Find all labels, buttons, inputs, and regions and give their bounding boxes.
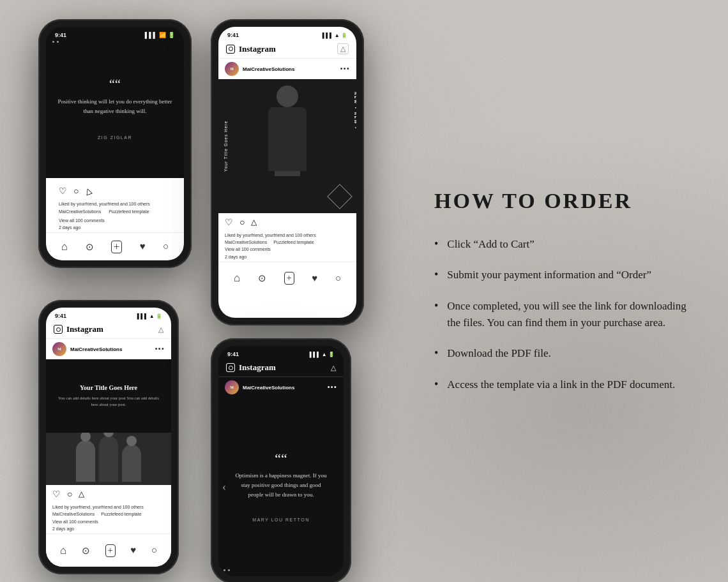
bullet-1: • <box>434 236 438 252</box>
home-icon-2[interactable]: ⌂ <box>234 272 240 285</box>
phones-section: 9:41 ▌▌▌ 📶 🔋 ““ Positive thinking will l… <box>26 19 383 563</box>
username-2: MaiCreativeSolutions <box>243 66 294 72</box>
phone-2: 9:41 ▌▌▌ ▲ 🔋 Instagram △ M <box>211 19 364 325</box>
post-title-3: Your Title Goes Here <box>80 384 137 391</box>
phone-1: 9:41 ▌▌▌ 📶 🔋 ““ Positive thinking will l… <box>38 19 192 268</box>
send-icon-4[interactable]: △ <box>331 364 336 372</box>
bullet-4: • <box>434 345 438 361</box>
phone-4: 9:41 ▌▌▌ ▲ 🔋 Instagram △ M <box>211 338 351 582</box>
status-bar-4: 9:41 ▌▌▌ ▲ 🔋 <box>218 346 344 360</box>
home-icon-1[interactable]: ⌂ <box>61 241 68 253</box>
steps-list: • Click “Add to Cart” • Submit your paym… <box>434 236 690 393</box>
time-1: 9:41 <box>55 32 66 38</box>
bullet-5: • <box>434 377 438 392</box>
action-area-1: ♡ ○ △ Liked by yourfriend, yourfriend an… <box>46 178 184 232</box>
bottom-nav-2: ⌂ ⊙ + ♥ ○ <box>218 262 356 295</box>
status-icons-2: ▌▌▌ ▲ 🔋 <box>322 33 347 38</box>
menu-dots-3[interactable]: ••• <box>155 345 165 354</box>
ig-header-2: Instagram △ <box>218 41 356 59</box>
time-3: 9:41 <box>55 313 66 319</box>
status-bar-1: 9:41 ▌▌▌ 📶 🔋 <box>46 27 184 41</box>
app-name-3: Instagram <box>66 324 103 334</box>
quote-text-4: Optimism is a happiness magnet. If you s… <box>229 471 333 500</box>
heart-icon-3[interactable]: ♥ <box>130 545 136 556</box>
post-meta-1: Liked by yourfriend, yourfriend and 100 … <box>52 199 178 232</box>
comment-icon-1[interactable]: ○ <box>73 186 79 197</box>
profile-icon-2[interactable]: ○ <box>335 273 341 284</box>
like-icon-3[interactable]: ♡ <box>52 489 61 500</box>
share-icon-1[interactable]: △ <box>84 186 93 197</box>
quote-mark-1: ““ <box>109 78 121 91</box>
add-icon-2[interactable]: + <box>284 272 294 285</box>
menu-dots-4[interactable]: ••• <box>327 383 337 392</box>
time-4: 9:41 <box>227 351 239 357</box>
step-2: • Submit your payment information and “O… <box>434 267 690 283</box>
share-icon-3[interactable]: △ <box>79 489 84 499</box>
heart-icon-2[interactable]: ♥ <box>312 273 317 284</box>
time-2: 9:41 <box>227 32 239 38</box>
add-icon-1[interactable]: + <box>111 241 122 253</box>
bottom-nav-1: ⌂ ⊙ + ♥ ○ <box>46 232 184 260</box>
how-to-title: HOW TO ORDER <box>434 189 690 213</box>
search-icon-1[interactable]: ⊙ <box>86 241 94 253</box>
step-text-3: Once completed, you will see the link fo… <box>447 298 690 332</box>
status-bar-3: 9:41 ▌▌▌ ▲ 🔋 <box>46 308 171 322</box>
step-3: • Once completed, you will see the link … <box>434 298 690 332</box>
step-4: • Download the PDF file. <box>434 345 690 362</box>
author-1: ZIG ZIGLAR <box>98 135 132 140</box>
group-image-3 <box>46 433 171 486</box>
home-icon-3[interactable]: ⌂ <box>60 544 66 557</box>
search-icon-3[interactable]: ⊙ <box>82 545 90 556</box>
profile-icon-3[interactable]: ○ <box>151 545 157 556</box>
comment-icon-2[interactable]: ○ <box>239 218 245 228</box>
post-meta-2: Liked by yourfriend, yourfriend and 100 … <box>218 230 356 262</box>
post-actions-1: ♡ ○ △ <box>52 182 178 199</box>
send-icon-2[interactable]: △ <box>337 43 349 54</box>
like-icon-2[interactable]: ♡ <box>225 217 233 228</box>
menu-dots-2[interactable]: ••• <box>340 64 350 74</box>
profile-icon-1[interactable]: ○ <box>163 241 169 252</box>
username-4: MaiCreativeSolutions <box>243 385 294 391</box>
page-wrapper: 9:41 ▌▌▌ 📶 🔋 ““ Positive thinking will l… <box>0 0 728 582</box>
post-actions-3: ♡ ○ △ <box>46 485 171 502</box>
bottom-nav-3: ⌂ ⊙ + ♥ ○ <box>46 534 171 567</box>
phone-3: 9:41 ▌▌▌ ▲ 🔋 Instagram △ M <box>38 300 179 574</box>
step-5: • Access the template via a link in the … <box>434 377 690 393</box>
camera-icon-3 <box>54 325 63 334</box>
status-icons-1: ▌▌▌ 📶 🔋 <box>145 32 175 38</box>
title-overlay-2: Your Title Goes Here <box>224 121 228 172</box>
status-bar-2: 9:41 ▌▌▌ ▲ 🔋 <box>218 27 356 41</box>
post-image-2: NEW • NEW • Your Title Goes Here <box>218 79 356 213</box>
search-icon-2[interactable]: ⊙ <box>258 272 266 284</box>
post-header-2: M MaiCreativeSolutions ••• <box>218 59 356 79</box>
camera-icon-4 <box>226 363 235 372</box>
camera-icon-2 <box>226 45 235 54</box>
step-text-5: Access the template via a link in the PD… <box>447 377 675 393</box>
app-name-4: Instagram <box>239 362 276 373</box>
instructions-section: HOW TO ORDER • Click “Add to Cart” • Sub… <box>396 19 702 563</box>
step-text-2: Submit your payment information and “Ord… <box>447 267 651 283</box>
share-icon-2[interactable]: △ <box>251 218 257 227</box>
username-3: MaiCreativeSolutions <box>70 347 122 352</box>
app-name-2: Instagram <box>239 44 276 54</box>
step-text-1: Click “Add to Cart” <box>447 236 534 253</box>
like-icon-1[interactable]: ♡ <box>59 186 67 197</box>
ig-header-4: Instagram △ <box>218 360 344 377</box>
comment-icon-3[interactable]: ○ <box>67 489 72 500</box>
step-1: • Click “Add to Cart” <box>434 236 690 253</box>
avatar-4: M <box>225 380 239 394</box>
post-actions-2: ♡ ○ △ <box>218 213 356 230</box>
bullet-3: • <box>434 298 438 314</box>
arrow-left-4[interactable]: ‹ <box>222 481 226 494</box>
post-header-4: M MaiCreativeSolutions ••• <box>218 377 344 398</box>
post-meta-3: Liked by yourfriend, yourfriend and 100 … <box>46 502 171 534</box>
heart-icon-1[interactable]: ♥ <box>140 241 146 252</box>
avatar-3: M <box>52 342 66 356</box>
quote-text-1: Positive thinking will let you do everyt… <box>57 97 172 117</box>
new-badge-2: NEW • NEW • <box>354 92 356 130</box>
post-content-3: Your Title Goes Here You can add details… <box>46 359 171 433</box>
step-text-4: Download the PDF file. <box>447 345 550 362</box>
quote-content-1: ““ Positive thinking will let you do eve… <box>46 41 184 178</box>
send-icon-3[interactable]: △ <box>158 325 163 334</box>
add-icon-3[interactable]: + <box>105 544 116 557</box>
